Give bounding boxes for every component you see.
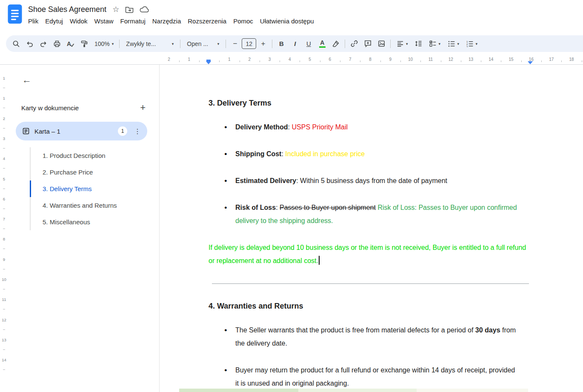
right-indent-marker[interactable] [528,61,533,64]
ruler-number: 10 [408,57,413,62]
document-title[interactable]: Shoe Sales Agreement [28,5,106,14]
insert-link-icon[interactable] [348,38,360,50]
chevron-down-icon: ▾ [439,42,441,46]
cloud-save-icon[interactable] [140,6,149,13]
document-body: 3. Delivery TermsDelivery Method: USPS P… [209,99,531,392]
menu-edytuj[interactable]: Edytuj [42,17,66,26]
tab-label: Karta – 1 [34,128,113,135]
ruler-number: 15 [509,57,514,62]
bold-button[interactable]: B [275,38,287,50]
toolbar-divider [390,40,391,48]
zoom-select[interactable]: 100% ▾ [92,38,116,50]
menu-narz-dzia[interactable]: Narzędzia [149,17,185,26]
ruler-number: 14 [489,57,493,62]
ruler-tick [3,88,5,88]
doc-bullet-item: Delivery Method: USPS Priority Mail [209,120,531,134]
italic-button[interactable]: I [289,38,301,50]
doc-paragraph: If delivery is delayed beyond 10 busines… [209,241,531,267]
toolbar: A 100% ▾ Zwykły te... ▾ Open ... ▾ − 12 … [6,35,583,52]
chevron-down-icon: ▾ [172,42,174,46]
ruler-number: 10 [0,277,8,282]
menu-rozszerzenia[interactable]: Rozszerzenia [184,17,230,26]
redo-icon[interactable] [37,38,49,50]
line-spacing-button[interactable] [412,38,424,50]
toolbar-divider [180,40,180,48]
bulleted-list-button[interactable]: ▾ [445,38,462,50]
ruler-tick [199,60,200,62]
ruler-number: 3 [0,136,8,141]
outline-item[interactable]: 2. Purchase Price [30,164,147,180]
paragraph-style-select[interactable]: Zwykły te... ▾ [123,38,177,50]
font-size-input[interactable]: 12 [242,38,256,49]
increase-font-size-button[interactable]: + [257,38,269,50]
insert-image-icon[interactable] [375,38,387,50]
ruler-number: 4 [0,156,8,161]
chevron-down-icon: ▾ [476,42,478,46]
ruler-number: 12 [449,57,453,62]
table-preview-cell [179,389,298,392]
checklist-button[interactable]: ▾ [426,38,443,50]
section-divider [212,283,529,284]
google-docs-logo[interactable] [8,4,22,24]
ruler-tick [561,60,562,62]
paint-format-icon[interactable] [78,38,90,50]
doc-bullet-item: Shipping Cost: Included in purchase pric… [209,147,531,160]
text-color-swatch [319,46,326,48]
ruler-number: 9 [389,57,392,62]
doc-bullet-item: Buyer may return the product for a full … [209,363,531,390]
star-icon[interactable]: ☆ [112,5,119,14]
print-icon[interactable] [51,38,63,50]
tab-menu-kebab-icon[interactable]: ⋮ [132,127,143,135]
doc-bullet-item: Estimated Delivery: Within 5 business da… [209,174,531,187]
ruler-tick [582,60,582,62]
toolbar-divider [119,40,120,48]
doc-bullet-list: Delivery Method: USPS Priority MailShipp… [209,120,531,227]
align-button[interactable]: ▾ [394,38,411,50]
undo-icon[interactable] [24,38,36,50]
outline-item[interactable]: 5. Miscellaneous [30,214,147,230]
menu-pomoc[interactable]: Pomoc [230,17,257,26]
document-page[interactable]: 3. Delivery TermsDelivery Method: USPS P… [160,65,583,392]
outline-item[interactable]: 3. Delivery Terms [30,180,147,197]
chevron-down-icon: ▾ [112,42,114,46]
add-comment-icon[interactable] [362,38,374,50]
menu-wstaw[interactable]: Wstaw [91,17,117,26]
underline-button[interactable]: U [303,38,314,50]
vertical-ruler: 11234567891011121314 [0,65,8,392]
menu-u-atwienia-dost-pu[interactable]: Ułatwienia dostępu [257,17,317,26]
tab-item-karta-1[interactable]: Karta – 1 1 ⋮ [16,122,147,140]
ruler-tick [219,60,220,62]
menu-widok[interactable]: Widok [66,17,91,26]
ruler-number: 7 [0,217,8,221]
ruler-tick [441,60,441,62]
ruler-tick [3,189,5,189]
doc-bullet-item: Risk of Loss: Passes to Buyer upon shipm… [209,201,531,227]
ruler-number: 1 [0,76,8,80]
back-arrow-icon[interactable]: ← [21,74,33,86]
ruler-tick [3,128,5,129]
add-tab-button[interactable]: + [138,102,147,113]
ruler-number: 3 [269,57,271,62]
move-folder-icon[interactable] [125,6,134,13]
ruler-number: 16 [529,57,534,62]
outline-item[interactable]: 4. Warranties and Returns [30,197,147,214]
font-family-select[interactable]: Open ... ▾ [183,38,223,50]
search-icon[interactable] [10,38,22,50]
outline-item[interactable]: 1. Product Description [30,147,147,164]
numbered-list-button[interactable]: 1 2 3 ▾ [463,38,480,50]
menu-formatuj[interactable]: Formatuj [117,17,149,26]
ruler-tick [179,60,180,62]
ruler-row: 21123456789101112131415161718 [0,56,583,65]
highlight-color-button[interactable] [330,38,342,50]
decrease-font-size-button[interactable]: − [229,38,241,50]
ruler-number: 12 [0,318,8,322]
spellcheck-icon[interactable]: A [65,38,77,50]
menu-plik[interactable]: Plik [25,17,42,26]
doc-bullet-list: The Seller warrants that the product is … [209,323,531,390]
left-indent-marker[interactable] [206,61,211,64]
text-cursor [319,256,320,265]
ruler-number: 5 [0,177,8,181]
ruler-number: 13 [0,338,8,342]
text-color-button[interactable]: A [316,38,328,50]
ruler-number: 2 [168,57,170,62]
